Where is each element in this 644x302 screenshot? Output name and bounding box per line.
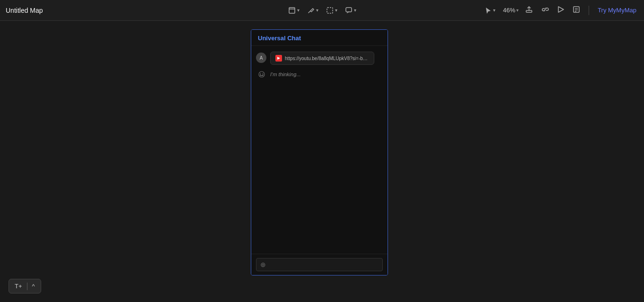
link-share-button[interactable] (539, 4, 551, 17)
youtube-link-icon (275, 55, 282, 62)
zoom-control[interactable]: 46% ▾ (503, 7, 519, 14)
comment-tool-button[interactable]: ▾ (342, 5, 359, 16)
zoom-value: 46% (503, 7, 515, 14)
pen-tool-button[interactable]: ▾ (304, 5, 321, 16)
user-avatar: A (256, 53, 266, 63)
comment-tool-chevron: ▾ (354, 8, 356, 13)
link-share-icon (541, 6, 549, 13)
text-tool-button[interactable]: T+ (13, 282, 24, 291)
ai-thinking-icon (258, 71, 265, 78)
export-button[interactable] (523, 4, 535, 17)
thinking-icon (257, 70, 266, 79)
zoom-chevron: ▾ (516, 8, 519, 13)
chevron-up-icon: ^ (32, 283, 35, 290)
cursor-icon (485, 7, 492, 14)
topbar: Untitled Map ▾ ▾ ▾ (0, 0, 644, 21)
main-canvas: Universal Chat A https://youtu.be/8a8qML… (0, 21, 644, 302)
svg-point-10 (260, 73, 261, 74)
thinking-text: I'm thinking... (270, 71, 300, 77)
cursor-tool-chevron: ▾ (493, 8, 495, 13)
frame-tool-chevron: ▾ (297, 8, 300, 13)
play-small-icon (277, 56, 281, 60)
chat-message-user: A https://youtu.be/8a8qMLUpkV8?si=-boEfT… (256, 52, 383, 65)
select-icon (326, 7, 334, 14)
pen-icon (307, 7, 315, 14)
link-url-text: https://youtu.be/8a8qMLUpkV8?si=-boEfTCd… (285, 56, 369, 61)
bottom-toolbar-divider (27, 283, 27, 290)
svg-rect-0 (289, 8, 295, 13)
chat-thinking-row: I'm thinking... (256, 70, 383, 79)
svg-rect-2 (327, 8, 333, 13)
frame-tool-button[interactable]: ▾ (285, 5, 302, 16)
topbar-divider (589, 6, 589, 15)
text-tool-label: T+ (15, 283, 22, 290)
app-title: Untitled Map (6, 7, 43, 14)
svg-rect-3 (346, 8, 352, 12)
export-icon (525, 6, 533, 13)
comment-icon (345, 7, 353, 14)
svg-point-11 (263, 73, 264, 74)
chat-add-button[interactable]: ⊕ (260, 261, 266, 268)
bottom-left-toolbar: T+ ^ (9, 279, 41, 293)
try-mymymap-button[interactable]: Try MyMyMap (596, 7, 638, 14)
play-button[interactable] (556, 4, 566, 17)
chat-input-field[interactable] (269, 261, 379, 268)
chat-body: A https://youtu.be/8a8qMLUpkV8?si=-boEfT… (251, 46, 388, 254)
select-tool-button[interactable]: ▾ (323, 5, 340, 16)
cursor-tool-button[interactable]: ▾ (482, 5, 498, 16)
chevron-up-button[interactable]: ^ (30, 282, 37, 291)
chat-link-bubble[interactable]: https://youtu.be/8a8qMLUpkV8?si=-boEfTCd… (270, 52, 374, 65)
chat-input-wrapper: ⊕ (256, 258, 383, 271)
play-icon (557, 6, 564, 13)
topbar-right: ▾ 46% ▾ (482, 4, 638, 17)
chat-panel: Universal Chat A https://youtu.be/8a8qML… (251, 29, 388, 275)
svg-point-9 (259, 71, 265, 77)
notes-icon (573, 6, 580, 13)
notes-button[interactable] (571, 4, 582, 17)
frame-icon (288, 7, 296, 14)
chat-input-area: ⊕ (251, 254, 388, 275)
select-tool-chevron: ▾ (335, 8, 337, 13)
topbar-center-icons: ▾ ▾ ▾ ▾ (285, 5, 359, 16)
pen-tool-chevron: ▾ (316, 8, 318, 13)
chat-header: Universal Chat (251, 30, 388, 46)
svg-rect-4 (526, 10, 532, 12)
